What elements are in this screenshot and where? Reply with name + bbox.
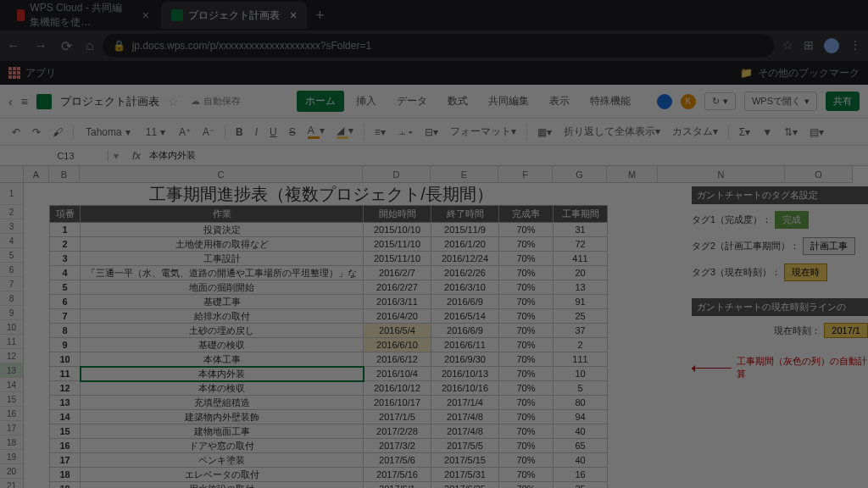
fontsize-down[interactable]: A⁻	[199, 125, 218, 140]
th-end[interactable]: 終了時間	[431, 206, 499, 223]
cell-start[interactable]: 2017/5/6	[364, 453, 431, 468]
home-icon[interactable]: ⌂	[86, 38, 94, 54]
url-input[interactable]: 🔒 jp.docs.wps.com/p/xxxxxxxxxxxxxxxxxxxx…	[103, 34, 774, 58]
cell-end[interactable]: 2017/5/5	[431, 439, 499, 453]
cell-rate[interactable]: 70%	[499, 396, 554, 410]
cell-rate[interactable]: 70%	[499, 468, 554, 482]
fill-color[interactable]: ◢▾	[333, 123, 357, 141]
cell-end[interactable]: 2016/3/10	[431, 280, 499, 295]
cell-start[interactable]: 2016/2/7	[364, 266, 431, 280]
cell-task[interactable]: 基礎工事	[81, 295, 364, 309]
paint-icon[interactable]: 🖌	[49, 125, 66, 140]
cell-period[interactable]: 40	[554, 453, 608, 468]
col-O[interactable]: O	[785, 166, 853, 182]
cell-end[interactable]: 2016/12/24	[431, 252, 499, 266]
new-tab-button[interactable]: +	[309, 7, 331, 25]
underline-button[interactable]: U	[266, 125, 281, 140]
font-select[interactable]: Tahoma▾	[81, 126, 136, 138]
th-rate[interactable]: 完成率	[499, 206, 554, 223]
cell-end[interactable]: 2017/6/25	[431, 482, 499, 489]
cell-period[interactable]: 37	[554, 324, 608, 338]
cell-rate[interactable]: 70%	[499, 309, 554, 324]
tag1-value[interactable]: 完成	[775, 211, 809, 229]
cell-rate[interactable]: 70%	[499, 410, 554, 424]
back-icon[interactable]: ←	[7, 38, 20, 54]
share-button[interactable]: 共有	[826, 92, 860, 111]
cell-num[interactable]: 13	[50, 396, 81, 410]
cell-period[interactable]: 31	[554, 223, 608, 237]
menu-icon[interactable]: ⋮	[849, 38, 861, 53]
history-button[interactable]: ↻▾	[704, 92, 736, 110]
menu-special[interactable]: 特殊機能	[581, 91, 639, 112]
cell-rate[interactable]: 70%	[499, 266, 554, 280]
avatar-user1[interactable]	[657, 94, 672, 109]
sort-button[interactable]: ⇅▾	[781, 125, 801, 140]
open-wps-button[interactable]: WPSで開く▾	[744, 92, 817, 111]
col-D[interactable]: D	[363, 166, 431, 182]
cell-num[interactable]: 17	[50, 453, 81, 468]
menu-home[interactable]: ホーム	[297, 91, 344, 112]
dropdown-icon[interactable]: ▾	[108, 150, 124, 162]
cell-start[interactable]: 2017/6/1	[364, 482, 431, 489]
cell-rate[interactable]: 70%	[499, 324, 554, 338]
cell-rate[interactable]: 70%	[499, 338, 554, 352]
sheet-title[interactable]: 工事期間進捗表（複数プロジェクト/長期間）	[49, 183, 593, 205]
col-A[interactable]: A	[24, 166, 49, 182]
cell-task[interactable]: 本体工事	[81, 352, 364, 367]
browser-tab-2[interactable]: プロジェクト計画表 ×	[161, 2, 307, 29]
tag3-value[interactable]: 現在時	[784, 263, 827, 281]
cell-end[interactable]: 2016/10/16	[431, 381, 499, 396]
menu-collab[interactable]: 共同編集	[480, 91, 537, 112]
other-bookmarks[interactable]: その他のブックマーク	[758, 66, 860, 80]
bold-button[interactable]: B	[232, 125, 247, 140]
fontsize-up[interactable]: A⁺	[175, 125, 194, 140]
cell-num[interactable]: 9	[50, 338, 81, 352]
cell-task[interactable]: 工事設計	[81, 252, 364, 266]
cell-reference[interactable]: C13	[24, 151, 108, 161]
filter-button[interactable]: ▼	[759, 125, 776, 140]
cell-task[interactable]: 土地使用権の取得など	[81, 237, 364, 252]
cell-start[interactable]: 2015/10/10	[364, 223, 431, 237]
cell-task[interactable]: 建築物内外壁装飾	[81, 410, 364, 424]
cell-start[interactable]: 2016/10/4	[364, 367, 431, 381]
cell-period[interactable]: 94	[554, 410, 608, 424]
cell-num[interactable]: 18	[50, 468, 81, 482]
col-M[interactable]: M	[607, 166, 658, 182]
cell-period[interactable]: 2	[554, 338, 608, 352]
strike-button[interactable]: S	[286, 125, 299, 140]
cell-rate[interactable]: 70%	[499, 223, 554, 237]
align-button[interactable]: ≡▾	[371, 125, 389, 140]
menu-formula[interactable]: 数式	[439, 91, 476, 112]
reload-icon[interactable]: ⟳	[61, 38, 72, 54]
wrap-menu[interactable]: 折り返して全体表示▾	[560, 123, 664, 141]
forward-icon[interactable]: →	[34, 38, 47, 54]
cell-num[interactable]: 2	[50, 237, 81, 252]
th-task[interactable]: 作業	[81, 206, 364, 223]
cell-rate[interactable]: 70%	[499, 352, 554, 367]
cell-period[interactable]: 5	[554, 381, 608, 396]
cell-start[interactable]: 2016/10/12	[364, 381, 431, 396]
font-color[interactable]: A▾	[304, 123, 328, 141]
col-E[interactable]: E	[431, 166, 498, 182]
fontsize-select[interactable]: 11▾	[141, 126, 170, 138]
cell-period[interactable]: 91	[554, 295, 608, 309]
col-G[interactable]: G	[553, 166, 607, 182]
cell-end[interactable]: 2017/4/8	[431, 410, 499, 424]
cell-rate[interactable]: 70%	[499, 367, 554, 381]
cell-task[interactable]: 地面の掘削開始	[81, 280, 364, 295]
menu-view[interactable]: 表示	[541, 91, 578, 112]
sum-button[interactable]: Σ▾	[736, 125, 754, 140]
cell-num[interactable]: 3	[50, 252, 81, 266]
cell-end[interactable]: 2016/2/26	[431, 266, 499, 280]
cell-end[interactable]: 2016/6/9	[431, 324, 499, 338]
borders-button[interactable]: ▦▾	[534, 125, 555, 140]
cell-num[interactable]: 12	[50, 381, 81, 396]
valign-button[interactable]: ⫠▾	[394, 125, 416, 140]
cell-task[interactable]: 用水施設の取付	[81, 482, 364, 489]
cell-end[interactable]: 2016/6/11	[431, 338, 499, 352]
cell-start[interactable]: 2016/4/20	[364, 309, 431, 324]
cell-period[interactable]: 65	[554, 439, 608, 453]
cell-task[interactable]: 土砂の埋め戻し	[81, 324, 364, 338]
col-F[interactable]: F	[498, 166, 553, 182]
cell-num[interactable]: 16	[50, 439, 81, 453]
